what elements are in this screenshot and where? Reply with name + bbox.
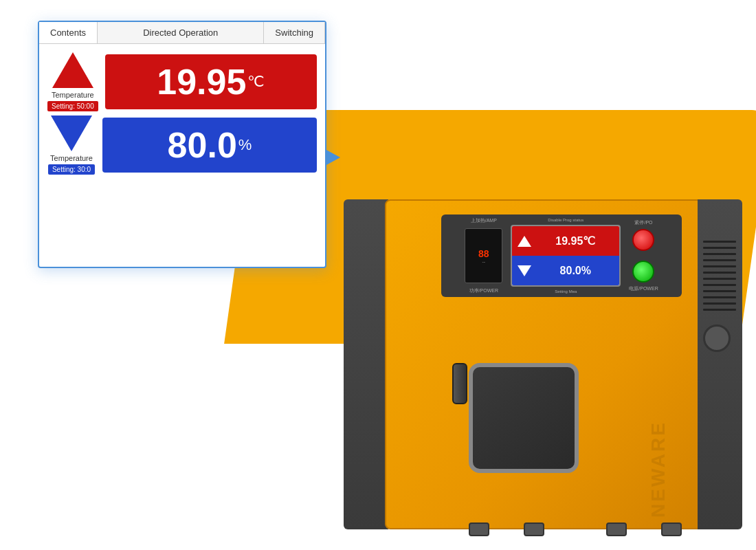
machine-left-panel <box>344 199 388 529</box>
wheel-3 <box>606 522 627 536</box>
tab-bar: Contents Directed Operation Switching <box>39 22 325 44</box>
wheel-2 <box>524 522 544 536</box>
vent-line <box>703 247 736 249</box>
machine-body: 上加热/AMP 88 -- 功率/POWER Disable Prog stat… <box>385 199 715 529</box>
tab-switching-label: Switching <box>275 28 313 38</box>
vent-line <box>703 296 736 298</box>
small-display-left: 88 -- <box>465 228 502 283</box>
wheel-1 <box>469 522 489 536</box>
temperature-label: Temperature <box>52 91 94 99</box>
vent-line <box>703 290 736 292</box>
machine-right-panel <box>698 199 742 529</box>
tab-contents[interactable]: Contents <box>39 22 98 43</box>
temperature-row: Temperature Setting: 50:00 19.95 ℃ <box>47 52 317 111</box>
machine-buttons-right <box>632 229 654 283</box>
vent-line <box>703 259 736 261</box>
mini-humidity-value: 80.0% <box>560 265 591 277</box>
tab-contents-label: Contents <box>50 28 86 38</box>
machine-door-window <box>469 363 579 473</box>
mini-triangle-up-icon <box>518 236 531 247</box>
machine-brand-label: NEWARE <box>647 421 669 518</box>
humidity-unit: % <box>238 136 252 154</box>
humidity-display: 80.0 % <box>102 118 317 173</box>
machine-door-handle <box>452 363 467 404</box>
wheel-4 <box>661 522 682 536</box>
humidity-value: 80.0 <box>168 127 237 163</box>
power-button[interactable] <box>632 261 654 283</box>
tab-switching[interactable]: Switching <box>264 22 325 43</box>
ui-panel: Contents Directed Operation Switching Te… <box>38 21 326 268</box>
humidity-label: Temperature <box>50 154 93 162</box>
connector-arrow-icon <box>325 149 340 166</box>
vent-line <box>703 284 736 286</box>
humidity-setting-badge: Setting: 30:0 <box>48 164 95 175</box>
humidity-left-col: Temperature Setting: 30:0 <box>47 116 96 175</box>
mini-triangle-down-icon <box>518 265 531 276</box>
vent-line <box>703 241 736 243</box>
vent-line <box>703 253 736 255</box>
mini-screen-top: 19.95℃ <box>512 226 619 256</box>
mini-screen: 19.95℃ 80.0% <box>511 225 621 287</box>
machine-container: 上加热/AMP 88 -- 功率/POWER Disable Prog stat… <box>344 144 742 529</box>
vent-lines <box>703 241 736 352</box>
temperature-display: 19.95 ℃ <box>105 54 317 109</box>
tab-directed-operation[interactable]: Directed Operation <box>98 22 264 43</box>
mini-temp-value: 19.95℃ <box>555 234 595 248</box>
emergency-stop-button[interactable] <box>632 229 654 251</box>
vent-line <box>703 278 736 280</box>
right-panel-disc <box>703 324 731 352</box>
triangle-up-icon <box>52 52 93 88</box>
machine-control-panel: 上加热/AMP 88 -- 功率/POWER Disable Prog stat… <box>441 214 682 297</box>
temperature-setting-badge: Setting: 50:00 <box>47 101 98 111</box>
tab-directed-operation-label: Directed Operation <box>143 28 218 38</box>
mini-screen-bottom: 80.0% <box>512 256 619 285</box>
humidity-row: Temperature Setting: 30:0 80.0 % <box>47 116 317 175</box>
vent-line <box>703 265 736 267</box>
vent-line <box>703 302 736 305</box>
temperature-left-col: Temperature Setting: 50:00 <box>47 52 98 111</box>
vent-line <box>703 309 736 311</box>
panel-content: Temperature Setting: 50:00 19.95 ℃ Tempe… <box>39 44 325 187</box>
vent-line <box>703 272 736 274</box>
temperature-unit: ℃ <box>247 73 265 91</box>
triangle-down-icon <box>51 116 92 151</box>
temperature-value: 19.95 <box>157 64 246 100</box>
